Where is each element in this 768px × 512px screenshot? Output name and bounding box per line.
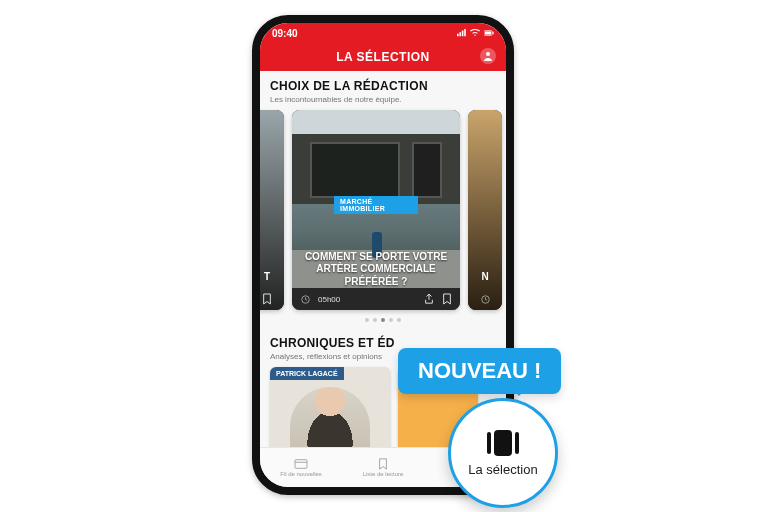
editors-carousel[interactable]: T <box>260 104 506 312</box>
selection-label: La sélection <box>468 462 537 477</box>
author-tag: PATRICK LAGACÉ <box>270 367 344 380</box>
carousel-dots <box>270 312 496 328</box>
carousel-dot[interactable] <box>365 318 369 322</box>
nav-item-reading-list[interactable]: Liste de lecture <box>342 458 424 477</box>
signal-icon <box>456 28 466 38</box>
bookmark-icon[interactable] <box>262 294 272 304</box>
status-bar: 09:40 <box>260 23 506 43</box>
svg-rect-1 <box>485 31 491 34</box>
carousel-dot[interactable] <box>381 318 385 322</box>
bookmark-icon[interactable] <box>442 294 452 304</box>
share-icon[interactable] <box>424 294 434 304</box>
carousel-dot[interactable] <box>397 318 401 322</box>
chronique-card[interactable]: PATRICK LAGACÉ <box>270 367 390 447</box>
card-headline: COMMENT SE PORTE VOTRE ARTÈRE COMMERCIAL… <box>302 251 450 289</box>
carousel-card-next[interactable]: N <box>468 110 502 310</box>
card-overlay: COMMENT SE PORTE VOTRE ARTÈRE COMMERCIAL… <box>292 251 460 289</box>
new-badge-bubble: NOUVEAU ! <box>398 348 561 394</box>
editors-choice-section: CHOIX DE LA RÉDACTION Les incontournable… <box>260 71 506 332</box>
nav-label: Liste de lecture <box>363 471 404 477</box>
carousel-dot[interactable] <box>389 318 393 322</box>
card-time: 05h00 <box>318 295 340 304</box>
card-footer: 05h00 <box>292 288 460 310</box>
selection-callout-circle[interactable]: La sélection <box>448 398 558 508</box>
svg-point-3 <box>486 52 490 56</box>
clock-icon <box>300 294 310 304</box>
editors-choice-subtitle: Les incontournables de notre équipe. <box>270 95 496 104</box>
carousel-card-main[interactable]: MARCHÉ IMMOBILIER COMMENT SE PORTE VOTRE… <box>292 110 460 310</box>
app-header: LA SÉLECTION <box>260 43 506 71</box>
stage: 09:40 LA SÉLECTION <box>0 0 768 512</box>
nav-item-feed[interactable]: Fil de nouvelles <box>260 458 342 477</box>
carousel-card-prev[interactable]: T <box>260 110 284 310</box>
prev-card-footer <box>260 294 284 304</box>
feed-icon <box>294 458 308 470</box>
prev-card-title-fragment: T <box>260 271 284 282</box>
status-icons <box>456 28 494 38</box>
wifi-icon <box>470 28 480 38</box>
selection-icon <box>487 430 519 456</box>
svg-rect-6 <box>295 460 307 469</box>
editors-choice-title: CHOIX DE LA RÉDACTION <box>270 79 496 93</box>
carousel-dot[interactable] <box>373 318 377 322</box>
next-card-title-fragment: N <box>468 271 502 282</box>
next-card-footer <box>468 294 502 304</box>
header-title: LA SÉLECTION <box>336 50 430 64</box>
bubble-text: NOUVEAU ! <box>418 358 541 383</box>
nav-label: Fil de nouvelles <box>280 471 322 477</box>
battery-icon <box>484 28 494 38</box>
author-photo <box>290 387 370 447</box>
bookmark-list-icon <box>376 458 390 470</box>
svg-rect-2 <box>492 32 493 35</box>
profile-icon[interactable] <box>480 48 496 64</box>
clock-icon <box>480 294 490 304</box>
category-tag[interactable]: MARCHÉ IMMOBILIER <box>334 196 418 214</box>
status-time: 09:40 <box>272 28 298 39</box>
